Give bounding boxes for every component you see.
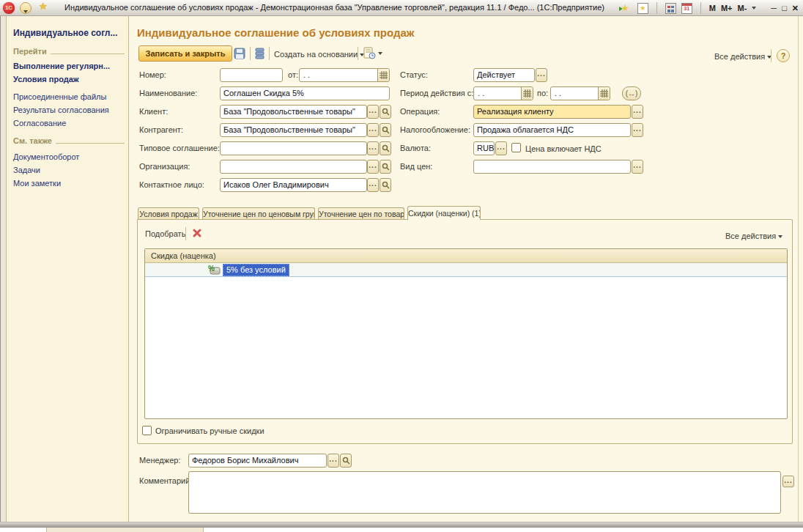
divider [771,49,771,62]
maximize-button[interactable]: □ [782,4,787,12]
counterparty-input[interactable]: База "Продовольственные товары" [220,123,367,137]
date-input[interactable]: . . [299,68,390,82]
period-range-button[interactable]: (↔) [622,86,641,100]
price-kind-input[interactable] [473,160,631,174]
period-from-input[interactable]: . . [473,86,533,100]
period-to-label: по: [537,89,548,97]
counterparty-label: Контрагент: [139,125,183,134]
price-kind-select-button[interactable]: ... [632,160,643,174]
show-in-list-icon[interactable] [255,48,266,59]
name-input[interactable]: Соглашен Скидка 5% [220,86,390,100]
comment-input[interactable] [188,471,781,514]
pick-button[interactable]: Подобрать [145,229,185,238]
add-favorite-icon[interactable]: ★ [621,3,632,14]
delete-icon[interactable] [192,228,203,239]
number-input[interactable] [220,68,283,82]
help-button[interactable]: ? [777,49,790,62]
sidebar-item-sales-conditions[interactable]: Условия продаж [13,75,79,84]
standard-agreement-input[interactable] [220,141,367,155]
document-report-icon[interactable] [363,47,374,58]
vat-included-checkbox[interactable] [511,143,521,152]
all-actions-button[interactable]: Все действия [714,52,771,61]
contact-open-icon[interactable] [380,178,391,192]
tab-price-groups[interactable]: Уточнение цен по ценовым группам [202,207,315,219]
close-button[interactable]: ✕ [792,4,799,13]
chevron-down-icon [23,10,28,13]
contact-input[interactable]: Исаков Олег Владимирович [220,178,367,192]
sidebar-item-approval[interactable]: Согласование [13,119,66,128]
manager-select-button[interactable]: ... [328,454,339,468]
comment-expand-button[interactable]: ... [782,476,794,487]
manager-open-icon[interactable] [340,454,352,468]
create-based-on-button[interactable]: Создать на основании [274,50,364,59]
date-from-label: от: [288,70,298,79]
client-input[interactable]: База "Продовольственные товары" [220,105,367,119]
memory-plus-button[interactable]: M+ [721,4,733,12]
column-header-discount[interactable]: Скидка (наценка) [145,249,787,263]
counterparty-select-button[interactable]: ... [367,123,379,137]
calendar-picker-icon[interactable] [521,87,533,100]
currency-input[interactable]: RUB [473,141,495,155]
limit-manual-discounts-checkbox[interactable] [142,426,152,435]
manager-input[interactable]: Федоров Борис Михайлович [188,454,327,468]
status-input[interactable]: Действует [473,68,535,82]
memory-minus-button[interactable]: M- [738,4,747,12]
name-label: Наименование: [139,89,197,97]
standard-agreement-select-button[interactable]: ... [367,141,379,155]
save-and-close-button[interactable]: Записать и закрыть [138,45,232,62]
favorites-star-icon[interactable]: ★ [39,1,48,12]
sidebar-item-regular-actions[interactable]: Выполнение регулярн... [13,62,110,70]
sidebar-item-attached-files[interactable]: Присоединенные файлы [13,92,106,101]
chevron-down-icon[interactable] [378,52,382,55]
organization-open-icon[interactable] [380,160,391,174]
operation-input[interactable]: Реализация клиенту [473,105,631,119]
period-to-input[interactable]: . . [550,86,610,100]
calculator-icon[interactable] [665,3,676,14]
sidebar-item-approval-results[interactable]: Результаты согласования [13,106,109,114]
standard-agreement-open-icon[interactable] [380,141,391,155]
discounts-table: Скидка (наценка) % 5% без условий [144,248,788,419]
contact-select-button[interactable]: ... [367,178,379,192]
sidebar-section-see-also: См. также [13,136,125,145]
counterparty-open-icon[interactable] [380,123,391,137]
client-select-button[interactable]: ... [367,105,379,119]
divider [269,47,270,60]
organization-input[interactable] [220,160,367,174]
client-label: Клиент: [139,107,168,116]
page-title: Индивидуальное соглашение об условиях пр… [137,26,414,39]
number-label: Номер: [139,70,166,79]
sidebar-item-my-notes[interactable]: Мои заметки [13,179,61,188]
currency-select-button[interactable]: ... [495,141,507,155]
save-icon[interactable] [234,48,245,59]
period-to-value: . . [551,87,598,100]
minimize-button[interactable]: ─ [771,4,777,12]
calendar-picker-icon[interactable] [598,87,610,100]
table-row[interactable]: % 5% без условий [145,263,787,277]
status-select-button[interactable]: ... [536,68,547,82]
tab-product-prices[interactable]: Уточнение цен по товарам [318,207,404,219]
organization-label: Организация: [139,162,190,171]
organization-select-button[interactable]: ... [367,160,379,174]
client-open-icon[interactable] [380,105,391,119]
taxation-input[interactable]: Продажа облагается НДС [473,123,631,137]
left-splitter[interactable] [0,16,7,522]
taxation-select-button[interactable]: ... [632,123,643,137]
calendar-picker-icon[interactable] [377,69,389,81]
calendar-icon[interactable]: 31 [681,3,692,14]
divider [250,47,251,60]
toolbar-overflow-icon[interactable] [752,7,756,10]
svg-text:%: % [208,265,215,273]
standard-agreement-label: Типовое соглашение: [139,144,220,152]
tab-all-actions-button[interactable]: Все действия [725,232,782,240]
status-label: Статус: [400,70,428,79]
tab-discounts[interactable]: Скидки (наценки) (1) [407,206,481,220]
memory-store-button[interactable]: M [709,4,716,12]
main-menu-button[interactable] [20,2,32,14]
discount-row-value[interactable]: 5% без условий [223,264,289,276]
tab-sales-conditions[interactable]: Условия продаж [138,207,199,219]
operation-select-button[interactable]: ... [632,105,643,119]
sidebar-item-tasks[interactable]: Задачи [13,166,40,174]
sidebar-item-docflow[interactable]: Документооборот [13,152,79,161]
period-from-value: . . [474,87,521,100]
favorites-list-icon[interactable]: ★ [637,3,648,14]
